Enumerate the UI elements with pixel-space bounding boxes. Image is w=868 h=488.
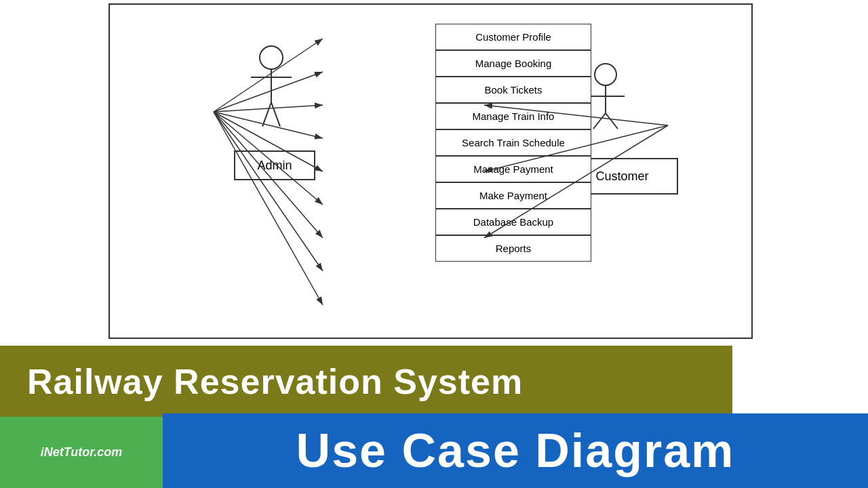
usecase-make-payment: Make Payment — [435, 182, 591, 209]
banner-subtitle: Use Case Diagram — [296, 424, 735, 478]
customer-figure — [585, 62, 626, 133]
logo-area: iNetTutor.com — [0, 417, 163, 488]
customer-label-text: Customer — [595, 169, 648, 184]
usecase-reports: Reports — [435, 235, 591, 262]
admin-leg-left — [271, 102, 281, 127]
usecase-container: Customer Profile Manage Booking Book Tic… — [435, 24, 591, 262]
blue-banner: Use Case Diagram — [163, 413, 868, 488]
usecase-search-train-schedule: Search Train Schedule — [435, 129, 591, 156]
svg-line-3 — [593, 113, 606, 129]
outer-box: Admin Customer Customer Profile Manage B… — [108, 3, 753, 339]
admin-label: Admin — [234, 150, 315, 180]
usecase-database-backup: Database Backup — [435, 209, 591, 235]
usecase-manage-payment: Manage Payment — [435, 156, 591, 182]
usecase-customer-profile: Customer Profile — [435, 24, 591, 50]
usecase-book-tickets: Book Tickets — [435, 77, 591, 103]
admin-label-text: Admin — [257, 159, 292, 173]
admin-figure — [259, 45, 283, 104]
admin-leg-right — [262, 102, 272, 127]
admin-arms — [251, 77, 292, 78]
bottom-banner: Railway Reservation System Use Case Diag… — [0, 346, 868, 488]
logo-text: iNetTutor.com — [41, 445, 123, 460]
admin-body — [271, 70, 272, 104]
diagram-area: Admin Customer Customer Profile Manage B… — [0, 0, 868, 346]
admin-head — [259, 45, 283, 70]
usecase-manage-train-info: Manage Train Info — [435, 103, 591, 129]
olive-banner: Railway Reservation System — [0, 346, 732, 417]
usecase-manage-booking: Manage Booking — [435, 50, 591, 77]
svg-line-4 — [606, 113, 618, 129]
svg-point-0 — [595, 64, 616, 85]
banner-title: Railway Reservation System — [27, 361, 523, 402]
